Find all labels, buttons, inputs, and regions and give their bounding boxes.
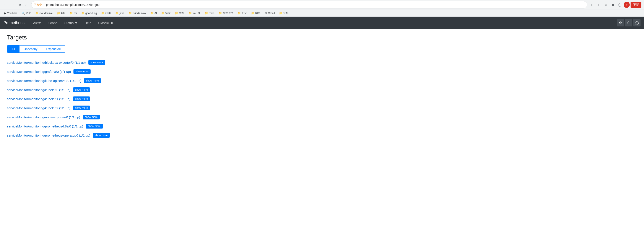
extra-button[interactable]: ◯: [633, 19, 640, 26]
bookmark-label: 必应: [26, 11, 31, 15]
dark-mode-button[interactable]: ☾: [625, 19, 632, 26]
reload-button[interactable]: ↻: [16, 2, 22, 8]
bookmark-item[interactable]: 📁cni: [68, 11, 79, 15]
target-link[interactable]: serviceMonitor/monitoring/kubelet/0 (1/1…: [7, 88, 70, 92]
bookmark-item[interactable]: 📁java: [114, 11, 126, 15]
target-link[interactable]: serviceMonitor/monitoring/node-exporter/…: [7, 115, 80, 119]
bookmark-item[interactable]: 📁GPU: [100, 11, 113, 15]
bookmark-icon: 📁: [35, 12, 38, 15]
nav-links: Alerts Graph Status ▼ Help Classic UI: [30, 17, 116, 28]
filter-all[interactable]: All: [7, 45, 20, 53]
target-link[interactable]: serviceMonitor/monitoring/prometheus-k8s…: [7, 124, 83, 128]
bookmark-item[interactable]: 📁tools: [203, 11, 216, 15]
bookmark-item[interactable]: 📁good-blog: [80, 11, 98, 15]
bookmark-item[interactable]: 📁istio&envoy: [127, 11, 148, 15]
bookmark-icon: 📁: [70, 12, 73, 15]
bookmark-item[interactable]: 📁安全: [236, 11, 248, 16]
bookmark-label: good-blog: [86, 12, 97, 15]
update-button[interactable]: 更新: [630, 2, 642, 8]
bookmark-item[interactable]: 📁装机: [277, 11, 290, 16]
bookmark-item[interactable]: 📁AI: [149, 11, 158, 15]
bookmark-item[interactable]: ✉Gmail: [263, 11, 276, 15]
bookmark-label: 待看: [165, 11, 170, 15]
bookmark-label: AI: [154, 12, 157, 15]
profile-button[interactable]: F: [624, 2, 630, 8]
nav-status[interactable]: Status ▼: [61, 17, 81, 28]
target-row: serviceMonitor/monitoring/kubelet/1 (1/1…: [7, 94, 637, 104]
target-link[interactable]: serviceMonitor/monitoring/prometheus-ope…: [7, 134, 90, 137]
bookmark-label: java: [120, 12, 124, 15]
target-row: serviceMonitor/monitoring/kubelet/2 (1/1…: [7, 104, 637, 112]
target-link[interactable]: serviceMonitor/monitoring/kubelet/1 (1/1…: [7, 97, 70, 101]
bookmark-item[interactable]: ▶YouTube: [2, 11, 19, 15]
target-link[interactable]: serviceMonitor/monitoring/kube-apiserver…: [7, 79, 81, 82]
show-more-button[interactable]: show more: [84, 78, 101, 83]
show-more-button[interactable]: show more: [74, 69, 90, 74]
bookmark-icon: 📁: [205, 12, 208, 15]
target-link[interactable]: serviceMonitor/monitoring/kubelet/2 (1/1…: [7, 106, 70, 110]
nav-graph[interactable]: Graph: [45, 17, 61, 28]
page-title: Targets: [7, 34, 637, 41]
bookmark-label: 装机: [283, 11, 288, 15]
filter-buttons: All Unhealthy Expand All: [7, 45, 637, 53]
bookmark-item[interactable]: 📁待看: [160, 11, 172, 16]
target-row: serviceMonitor/monitoring/prometheus-k8s…: [7, 122, 637, 131]
show-more-button[interactable]: show more: [83, 115, 100, 120]
filter-unhealthy[interactable]: Unhealthy: [20, 45, 42, 53]
bookmark-item[interactable]: 📁学习: [173, 11, 186, 16]
forward-button[interactable]: →: [10, 2, 16, 8]
bookmark-label: cni: [74, 12, 77, 15]
browser-actions: ⎘ ⇧ ☆ ▣ ◯ F 更新: [589, 2, 642, 8]
target-row: serviceMonitor/monitoring/kube-apiserver…: [7, 76, 637, 85]
bookmark-item[interactable]: 📁k8s: [55, 11, 67, 15]
bookmark-icon: ▶: [4, 12, 6, 15]
bookmark-item[interactable]: 📁cloudnative: [34, 11, 54, 15]
bookmark-button[interactable]: ☆: [603, 2, 609, 8]
bookmark-item[interactable]: 📁可观测性: [217, 11, 235, 16]
nav-classic-ui[interactable]: Classic UI: [95, 17, 116, 28]
back-button[interactable]: ←: [2, 2, 9, 8]
show-more-button[interactable]: show more: [88, 60, 106, 65]
target-row: serviceMonitor/monitoring/grafana/0 (1/1…: [7, 67, 637, 76]
nav-alerts[interactable]: Alerts: [30, 17, 45, 28]
show-more-button[interactable]: show more: [73, 106, 90, 110]
extension-button[interactable]: ▣: [610, 2, 616, 8]
url-display: prometheus.example.com:30187/targets: [46, 3, 584, 6]
pip-button[interactable]: ◯: [617, 2, 623, 8]
bookmark-item[interactable]: 📁网络: [250, 11, 262, 16]
bookmark-icon: 📁: [81, 12, 84, 15]
bookmarks-bar: ▶YouTube🔍必应📁cloudnative📁k8s📁cni📁good-blo…: [0, 10, 644, 16]
target-link[interactable]: serviceMonitor/monitoring/grafana/0 (1/1…: [7, 70, 71, 74]
bookmark-label: 云厂商: [193, 11, 200, 15]
share-button[interactable]: ⇧: [596, 2, 602, 8]
chevron-down-icon: ▼: [74, 21, 78, 25]
show-more-button[interactable]: show more: [93, 133, 110, 138]
address-bar[interactable]: 不安全 | prometheus.example.com:30187/targe…: [31, 1, 587, 8]
bookmark-label: k8s: [61, 12, 65, 15]
screenshot-button[interactable]: ⎘: [589, 2, 595, 8]
separator: |: [44, 3, 44, 6]
show-more-button[interactable]: show more: [73, 87, 90, 92]
nav-right: ⚙ ☾ ◯: [617, 19, 640, 26]
nav-buttons: ← → ↻ ⌂: [2, 2, 30, 8]
bookmark-icon: 📁: [115, 12, 118, 15]
target-link[interactable]: serviceMonitor/monitoring/blackbox-expor…: [7, 61, 86, 64]
app-logo[interactable]: Prometheus: [4, 20, 24, 25]
browser-toolbar: ← → ↻ ⌂ 不安全 | prometheus.example.com:301…: [0, 0, 644, 10]
target-row: serviceMonitor/monitoring/node-exporter/…: [7, 112, 637, 122]
bookmark-label: 网络: [255, 11, 260, 15]
bookmark-item[interactable]: 🔍必应: [20, 11, 33, 16]
targets-list: serviceMonitor/monitoring/blackbox-expor…: [7, 58, 637, 140]
show-more-button[interactable]: show more: [73, 96, 90, 101]
home-button[interactable]: ⌂: [24, 2, 30, 8]
settings-button[interactable]: ⚙: [617, 19, 624, 26]
bookmark-label: cloudnative: [40, 12, 53, 15]
bookmark-label: Gmail: [268, 12, 274, 15]
bookmark-item[interactable]: 📁云厂商: [187, 11, 202, 16]
bookmark-icon: 📁: [101, 12, 104, 15]
nav-help[interactable]: Help: [81, 17, 95, 28]
bookmark-icon: 📁: [251, 12, 254, 15]
show-more-button[interactable]: show more: [86, 124, 103, 128]
bookmark-label: tools: [209, 12, 214, 15]
filter-expand-all[interactable]: Expand All: [42, 45, 65, 53]
